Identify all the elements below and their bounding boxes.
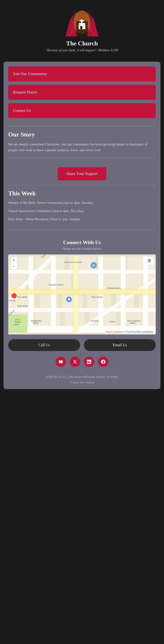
event-2: Church Anniversary Celebration (2pm to 4… [8,208,156,214]
church-title: The Church [66,40,98,47]
divider-1 [8,126,156,126]
map-zoom-controls[interactable]: + − [11,257,17,270]
this-week-section: This Week Wonder of His Birth, Steven Gr… [8,190,156,230]
svg-text:Montgomery: Montgomery [31,320,42,322]
footer-info: (479) 305 52 62 | 2282 Green Hill Road, … [8,372,156,389]
event-2-time: (2pm to 4pm, Thursday) [52,209,84,213]
svg-rect-7 [80,20,84,22]
svg-text:Transbay: Transbay [90,320,99,322]
map-error-icon: 🔴 [11,293,17,298]
map-svg: Union Square Market P Pacific Avenue Sac… [8,254,156,334]
story-section: Our Story We are deeply committed Christ… [8,131,156,158]
event-1: Wonder of His Birth, Steven Greenwood (1… [8,200,156,205]
svg-text:P: P [93,264,95,267]
map-attribution: Report a problem | © OpenStreetMap contr… [105,330,154,334]
story-title: Our Story [8,131,156,138]
svg-rect-20 [55,274,71,290]
svg-text:SOMA: SOMA [109,320,115,323]
svg-text:Street: Street [33,322,39,324]
twitter-x-icon[interactable] [70,356,80,367]
facebook-icon[interactable] [98,356,108,367]
event-1-name: Wonder of His Birth, Steven Greenwood [8,201,63,204]
connect-title: Connect With Us [8,240,156,246]
map-location-button[interactable] [145,257,153,265]
buttons-section: Join Our Community Request Prayer Contac… [8,66,156,126]
connect-subtitle: Please see our location below. [8,247,156,251]
divider-3 [8,185,156,185]
svg-rect-47 [8,289,156,295]
divider-4 [8,230,156,230]
zoom-in-button[interactable]: + [11,257,17,263]
main-card: Join Our Community Request Prayer Contac… [4,62,160,389]
social-icons-row [8,356,156,367]
svg-text:Embarcadero: Embarcadero [107,287,121,289]
action-buttons: Call Us Email Us [8,339,156,351]
story-text: We are deeply committed Christians, and … [8,142,156,153]
svg-text:Financial District: Financial District [49,284,64,286]
svg-text:Pine Street: Pine Street [17,296,27,298]
footer-copyright: © 2021 The Church [8,380,156,384]
join-community-button[interactable]: Join Our Community [8,66,156,82]
connect-section: Connect With Us Please see our location … [8,235,156,389]
svg-point-71 [68,298,70,300]
youtube-icon[interactable] [56,356,66,367]
svg-rect-48 [72,256,79,332]
svg-text:Signal: Signal [130,322,135,324]
svg-rect-9 [80,26,82,29]
request-prayer-button[interactable]: Request Prayer [8,85,156,100]
svg-text:Bush Street: Bush Street [17,305,28,307]
svg-text:Union: Union [15,318,20,321]
event-1-time: (1pm to 3pm, Tuesday) [63,201,93,204]
svg-rect-16 [100,256,123,270]
contact-us-button[interactable]: Contact Us [8,103,156,118]
call-us-button[interactable]: Call Us [8,339,80,351]
event-2-name: Church Anniversary Celebration [8,209,52,213]
zoom-out-button[interactable]: − [11,263,17,269]
church-logo [63,7,101,38]
event-3: Holy Mass - Online Broadcast (10am to 1p… [8,217,156,222]
church-subtitle: "Because of your faith, it will happen" … [46,48,118,52]
share-support-button[interactable]: Share Your Support [58,167,106,180]
divider-2 [8,158,156,158]
linkedin-icon[interactable] [84,356,94,367]
svg-text:Sacramento Street: Sacramento Street [65,261,82,264]
event-3-name: Holy Mass - Online Broadcast [8,218,49,221]
event-3-time: (10am to 1pm, Sunday) [49,218,80,221]
svg-text:Square: Square [15,321,21,323]
support-section: Share Your Support [8,162,156,185]
svg-text:Avenue: Avenue [8,300,15,302]
svg-text:Market: Market [13,324,20,326]
map-container[interactable]: Union Square Market P Pacific Avenue Sac… [8,254,156,334]
this-week-title: This Week [8,190,156,197]
email-us-button[interactable]: Email Us [84,339,156,351]
svg-text:Pine Street: Pine Street [91,296,103,298]
footer-contact: (479) 305 52 62 | 2282 Green Hill Road, … [8,375,156,379]
header: The Church "Because of your faith, it wi… [0,0,164,59]
svg-text:Bus Crossover: Bus Crossover [127,320,141,322]
